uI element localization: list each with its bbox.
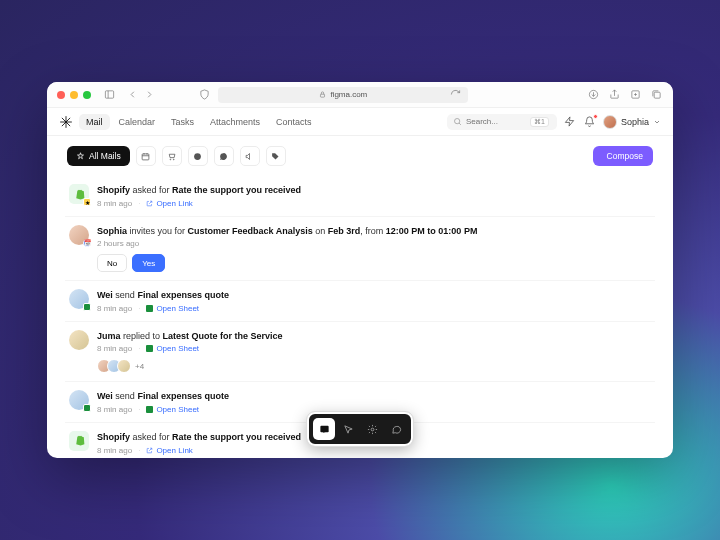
url-text: figma.com <box>330 90 367 99</box>
flash-icon[interactable] <box>563 115 577 129</box>
person-avatar-icon <box>69 390 89 410</box>
forward-icon[interactable] <box>143 88 156 101</box>
user-menu[interactable]: Sophia <box>603 115 661 129</box>
feed-time: 8 min ago <box>97 446 132 455</box>
person-avatar-icon: 📅 <box>69 225 89 245</box>
filter-audio-icon[interactable] <box>240 146 260 166</box>
participant-avatars: +4 <box>97 359 651 373</box>
filter-tag-icon[interactable] <box>266 146 286 166</box>
svg-rect-2 <box>321 94 325 97</box>
sheet-badge-icon <box>83 303 91 311</box>
search-icon <box>453 117 462 126</box>
compose-button[interactable]: Compose <box>593 146 653 166</box>
shopify-avatar-icon: ★ <box>69 184 89 204</box>
filter-cart-icon[interactable] <box>162 146 182 166</box>
new-tab-icon[interactable] <box>629 88 642 101</box>
floating-dock <box>307 412 413 446</box>
open-sheet-link[interactable]: Open Sheet <box>146 304 199 313</box>
filter-calendar-icon[interactable] <box>136 146 156 166</box>
svg-point-10 <box>454 119 459 124</box>
close-window-icon[interactable] <box>57 91 65 99</box>
share-icon[interactable] <box>608 88 621 101</box>
browser-chrome: figma.com <box>47 82 673 108</box>
feed-title: Juma replied to Latest Quote for the Ser… <box>97 330 651 343</box>
open-sheet-link[interactable]: Open Sheet <box>146 405 199 414</box>
privacy-shield-icon <box>198 88 211 101</box>
tab-mail[interactable]: Mail <box>79 114 110 130</box>
open-link[interactable]: Open Link <box>146 446 192 455</box>
dock-chat-icon[interactable] <box>385 418 407 440</box>
open-sheet-link[interactable]: Open Sheet <box>146 344 199 353</box>
tab-tasks[interactable]: Tasks <box>164 114 201 130</box>
maximize-window-icon[interactable] <box>83 91 91 99</box>
feed-title: Shopify asked for Rate the support you r… <box>97 184 651 197</box>
feed-item[interactable]: Juma replied to Latest Quote for the Ser… <box>65 322 655 383</box>
dock-cursor-icon[interactable] <box>337 418 359 440</box>
person-avatar-icon <box>69 330 89 350</box>
search-box[interactable]: ⌘1 <box>447 114 557 130</box>
svg-point-18 <box>174 159 175 160</box>
download-icon[interactable] <box>587 88 600 101</box>
sidebar-toggle-icon[interactable] <box>103 88 116 101</box>
notifications-icon[interactable] <box>583 115 597 129</box>
feed-title: Sophia invites you for Customer Feedback… <box>97 225 651 238</box>
svg-rect-0 <box>105 91 113 98</box>
app-window: figma.com Mail Calendar Tasks Attachment… <box>47 82 673 458</box>
app-logo-icon <box>59 115 73 129</box>
back-icon[interactable] <box>126 88 139 101</box>
sheet-badge-icon <box>83 404 91 412</box>
dock-settings-icon[interactable] <box>361 418 383 440</box>
refresh-icon[interactable] <box>449 88 462 101</box>
feed-item[interactable]: Wei send Final expenses quote 8 min ago·… <box>65 281 655 322</box>
calendar-badge-icon: 📅 <box>83 239 91 247</box>
feed-time: 8 min ago <box>97 304 132 313</box>
filter-all-mails[interactable]: All Mails <box>67 146 130 166</box>
traffic-lights <box>57 91 91 99</box>
dock-image-icon[interactable] <box>313 418 335 440</box>
tab-calendar[interactable]: Calendar <box>112 114 163 130</box>
search-input[interactable] <box>466 117 526 126</box>
user-name: Sophia <box>621 117 649 127</box>
avatar-icon <box>117 359 131 373</box>
minimize-window-icon[interactable] <box>70 91 78 99</box>
tabs-overview-icon[interactable] <box>650 88 663 101</box>
accept-button[interactable]: Yes <box>132 254 165 272</box>
filter-clock-icon[interactable] <box>188 146 208 166</box>
tab-attachments[interactable]: Attachments <box>203 114 267 130</box>
search-shortcut: ⌘1 <box>530 117 549 127</box>
person-avatar-icon <box>69 289 89 309</box>
more-count: +4 <box>135 362 144 371</box>
user-avatar-icon <box>603 115 617 129</box>
app-header: Mail Calendar Tasks Attachments Contacts… <box>47 108 673 136</box>
svg-point-23 <box>322 427 324 429</box>
svg-marker-12 <box>566 117 574 126</box>
mail-toolbar: All Mails Compose <box>65 146 655 166</box>
feed-item[interactable]: ★ Shopify asked for Rate the support you… <box>65 176 655 217</box>
svg-point-24 <box>371 428 374 431</box>
svg-rect-9 <box>654 92 660 98</box>
shopify-avatar-icon <box>69 431 89 451</box>
feed-title: Wei send Final expenses quote <box>97 390 651 403</box>
decline-button[interactable]: No <box>97 254 127 272</box>
feed-time: 8 min ago <box>97 344 132 353</box>
svg-rect-13 <box>142 153 149 159</box>
svg-line-11 <box>459 123 461 125</box>
svg-point-19 <box>194 153 201 160</box>
svg-point-17 <box>170 159 171 160</box>
feed-time: 8 min ago <box>97 199 132 208</box>
feed-item[interactable]: 📅 Sophia invites you for Customer Feedba… <box>65 217 655 282</box>
feed-time: 8 min ago <box>97 405 132 414</box>
nav-tabs: Mail Calendar Tasks Attachments Contacts <box>79 114 319 130</box>
feed-title: Wei send Final expenses quote <box>97 289 651 302</box>
chevron-down-icon <box>653 118 661 126</box>
star-badge-icon: ★ <box>83 198 91 206</box>
url-bar[interactable]: figma.com <box>218 87 468 103</box>
content-area: All Mails Compose ★ Shopify asked for <box>47 136 673 458</box>
feed-time: 2 hours ago <box>97 239 139 248</box>
filter-chat-icon[interactable] <box>214 146 234 166</box>
tab-contacts[interactable]: Contacts <box>269 114 319 130</box>
open-link[interactable]: Open Link <box>146 199 192 208</box>
